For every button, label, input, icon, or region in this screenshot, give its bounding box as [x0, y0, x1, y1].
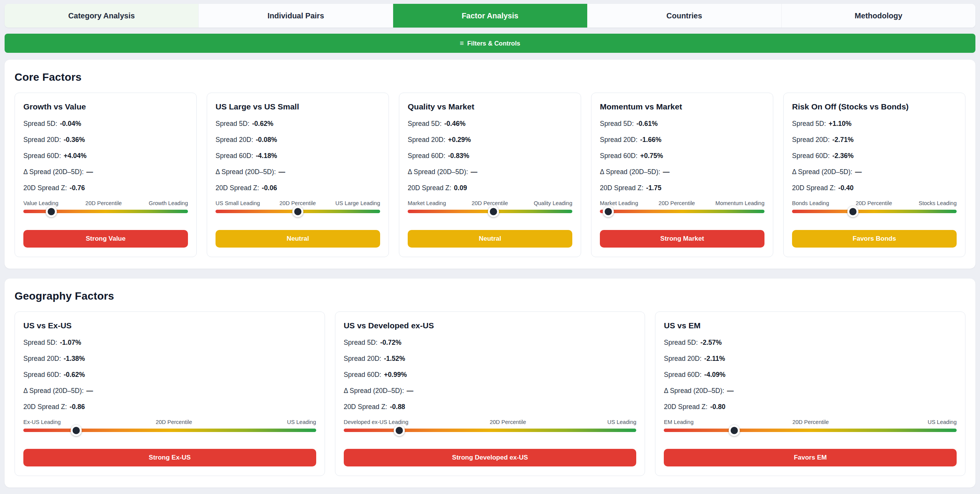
stat-label: Spread 60D: — [664, 371, 701, 379]
slider-track[interactable] — [216, 210, 380, 213]
slider-knob[interactable] — [292, 206, 304, 217]
stat-row: 20D Spread Z: -0.88 — [344, 403, 637, 411]
stat-row: Spread 60D: -2.36% — [792, 152, 957, 160]
stat-row: Δ Spread (20D–5D): — — [216, 168, 380, 176]
stat-row: Spread 60D: -4.09% — [664, 371, 957, 379]
stat-row: Spread 20D: -0.08% — [216, 136, 380, 144]
stat-label: 20D Spread Z: — [23, 184, 67, 192]
stat-value: -0.08% — [256, 136, 277, 144]
tab-label: Category Analysis — [68, 11, 135, 20]
tab-factor-analysis[interactable]: Factor Analysis — [393, 4, 587, 28]
stat-value: -0.76 — [70, 184, 85, 192]
slider-center-label: 20D Percentile — [156, 419, 192, 425]
stat-value: — — [407, 387, 413, 395]
slider-knob[interactable] — [848, 206, 859, 217]
factor-card-title: Growth vs Value — [23, 102, 188, 111]
stat-value: -0.86 — [70, 403, 85, 411]
slider-labels: Value Leading 20D Percentile Growth Lead… — [23, 200, 188, 206]
percentile-slider: Market Leading 20D Percentile Momentum L… — [600, 200, 764, 213]
stat-value: — — [727, 387, 734, 395]
slider-knob[interactable] — [70, 425, 82, 436]
slider-track[interactable] — [600, 210, 764, 213]
stat-label: Δ Spread (20D–5D): — [792, 168, 853, 176]
stat-label: Spread 5D: — [600, 120, 634, 128]
stat-label: Spread 60D: — [216, 152, 253, 160]
tab-individual-pairs[interactable]: Individual Pairs — [199, 4, 393, 28]
stat-label: Δ Spread (20D–5D): — [664, 387, 724, 395]
stat-value: +4.04% — [64, 152, 87, 160]
stat-row: Δ Spread (20D–5D): — — [408, 168, 572, 176]
status-badge: Neutral — [408, 230, 572, 248]
slider-track[interactable] — [23, 210, 188, 213]
stat-value: -0.62% — [252, 120, 273, 128]
stat-value: -0.88 — [390, 403, 405, 411]
stat-value: +0.99% — [384, 371, 407, 379]
stat-value: +0.29% — [448, 136, 471, 144]
tab-label: Methodology — [855, 11, 902, 20]
stat-label: Spread 20D: — [600, 136, 637, 144]
tab-countries[interactable]: Countries — [587, 4, 781, 28]
stat-row: Δ Spread (20D–5D): — — [600, 168, 764, 176]
percentile-slider: Ex-US Leading 20D Percentile US Leading — [23, 419, 316, 432]
slider-center-label: 20D Percentile — [279, 200, 316, 206]
slider-knob[interactable] — [488, 206, 499, 217]
stat-value: -0.40 — [838, 184, 854, 192]
stat-label: 20D Spread Z: — [23, 403, 67, 411]
stat-row: Spread 5D: -2.57% — [664, 339, 957, 347]
factor-card-title: Risk On Off (Stocks vs Bonds) — [792, 102, 957, 111]
slider-left-label: Developed ex-US Leading — [344, 419, 408, 425]
stat-label: Δ Spread (20D–5D): — [216, 168, 276, 176]
factor-card: Risk On Off (Stocks vs Bonds) Spread 5D:… — [783, 93, 965, 257]
status-badge: Strong Market — [600, 230, 764, 248]
geography-factors-card-grid: US vs Ex-US Spread 5D: -1.07% Spread 20D… — [15, 311, 965, 476]
stat-row: 20D Spread Z: -0.06 — [216, 184, 380, 192]
tab-methodology[interactable]: Methodology — [782, 4, 975, 28]
tab-label: Individual Pairs — [268, 11, 324, 20]
stat-value: -0.46% — [444, 120, 466, 128]
stat-row: Spread 20D: -0.36% — [23, 136, 188, 144]
core-factors-card-grid: Growth vs Value Spread 5D: -0.04% Spread… — [15, 93, 965, 257]
stat-label: Spread 5D: — [408, 120, 442, 128]
stat-value: -0.61% — [637, 120, 658, 128]
stat-row: Δ Spread (20D–5D): — — [792, 168, 957, 176]
tab-category-analysis[interactable]: Category Analysis — [5, 4, 199, 28]
percentile-slider: Value Leading 20D Percentile Growth Lead… — [23, 200, 188, 213]
slider-knob[interactable] — [728, 425, 740, 436]
slider-right-label: Stocks Leading — [919, 200, 957, 206]
slider-track[interactable] — [344, 429, 637, 432]
stat-value: -2.11% — [704, 355, 725, 363]
stat-label: Δ Spread (20D–5D): — [23, 387, 84, 395]
factor-card: US Large vs US Small Spread 5D: -0.62% S… — [207, 93, 389, 257]
stat-label: Spread 5D: — [216, 120, 250, 128]
stat-label: Spread 60D: — [23, 152, 61, 160]
stat-list: Spread 5D: -0.61% Spread 20D: -1.66% Spr… — [600, 120, 764, 200]
stat-value: — — [87, 387, 93, 395]
factor-card: US vs Developed ex-US Spread 5D: -0.72% … — [335, 311, 645, 476]
stat-row: Spread 5D: +1.10% — [792, 120, 957, 128]
percentile-slider: US Small Leading 20D Percentile US Large… — [216, 200, 380, 213]
stat-value: -1.52% — [384, 355, 405, 363]
stat-row: Spread 20D: -2.11% — [664, 355, 957, 363]
slider-center-label: 20D Percentile — [472, 200, 508, 206]
stat-value: — — [663, 168, 670, 176]
stat-value: -1.66% — [640, 136, 661, 144]
slider-right-label: Growth Leading — [149, 200, 188, 206]
stat-label: Spread 5D: — [664, 339, 698, 347]
slider-knob[interactable] — [394, 425, 405, 436]
filters-controls-button[interactable]: ≡ Filters & Controls — [5, 34, 975, 53]
slider-left-label: Market Leading — [600, 200, 638, 206]
stat-value: -0.72% — [380, 339, 401, 347]
stat-value: -0.36% — [64, 136, 85, 144]
slider-labels: Bonds Leading 20D Percentile Stocks Lead… — [792, 200, 957, 206]
slider-track[interactable] — [408, 210, 572, 213]
slider-track[interactable] — [664, 429, 957, 432]
slider-knob[interactable] — [603, 206, 614, 217]
stat-value: — — [471, 168, 478, 176]
stat-value: -4.18% — [256, 152, 277, 160]
stat-label: Spread 20D: — [23, 355, 61, 363]
tab-bar: Category Analysis Individual Pairs Facto… — [5, 4, 975, 28]
slider-track[interactable] — [792, 210, 957, 213]
slider-track[interactable] — [23, 429, 316, 432]
stat-row: Spread 5D: -0.61% — [600, 120, 764, 128]
slider-knob[interactable] — [46, 206, 57, 217]
